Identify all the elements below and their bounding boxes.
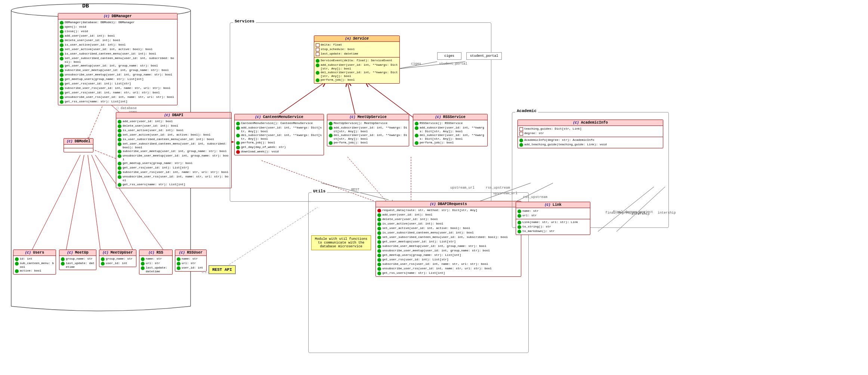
- attr-icon: [177, 266, 180, 270]
- method-icon: [316, 71, 319, 75]
- method-icon: [518, 225, 521, 229]
- svg-line-24: [30, 155, 80, 254]
- method-icon: [118, 129, 121, 133]
- method-icon: [316, 78, 319, 82]
- method-icon: [236, 146, 240, 149]
- meetup-class: (C) MeetUp group_name: str last_update: …: [59, 250, 96, 270]
- meetupservice-header: (C) MeetUpService: [327, 114, 409, 120]
- method-icon: [329, 141, 333, 145]
- academicinfo-class: (C) AcademicInfo teaching_guides: Dict[s…: [518, 120, 663, 148]
- method-icon: [377, 263, 381, 266]
- link-header: (C) Link: [516, 202, 590, 208]
- rss-upstream-label: rss_upstream: [486, 186, 510, 190]
- method-icon: [415, 126, 418, 130]
- method-icon: [118, 183, 121, 187]
- method-icon: [60, 21, 64, 25]
- dbapi-header: (C) DBAPI: [116, 112, 231, 118]
- users-header: (C) Users: [13, 250, 56, 256]
- attr-icon: [15, 262, 19, 266]
- method-icon: [236, 141, 240, 145]
- method-icon: [118, 150, 121, 154]
- method-icon: [329, 134, 333, 137]
- method-icon: [60, 87, 64, 90]
- method-icon: [518, 221, 521, 224]
- method-icon: [118, 133, 121, 137]
- method-icon: [118, 154, 121, 158]
- method-icon: [236, 122, 240, 125]
- method-icon: [329, 126, 333, 130]
- method-icon: [377, 267, 381, 271]
- method-icon: [60, 34, 64, 38]
- service-methods: ServiceEvent(delta: float): ServiceEvent…: [314, 58, 399, 83]
- attr-icon: [316, 48, 319, 52]
- services-label: Services: [233, 19, 256, 24]
- svg-line-25: [65, 155, 84, 254]
- method-icon: [377, 258, 381, 262]
- attr-icon: [101, 262, 105, 266]
- method-icon: [118, 142, 121, 146]
- method-icon: [118, 171, 121, 174]
- academicinfo-header: (C) AcademicInfo: [518, 120, 663, 126]
- rssservice-class: (C) RSSService RSSService(): RSSService …: [413, 114, 488, 146]
- method-icon: [519, 143, 523, 147]
- method-icon: [118, 138, 121, 142]
- method-icon: [415, 122, 418, 125]
- attr-icon: [61, 257, 65, 261]
- method-icon: [60, 69, 64, 72]
- svg-line-35: [217, 207, 318, 273]
- method-icon: [519, 139, 523, 142]
- method-icon: [377, 240, 381, 244]
- method-icon: [236, 134, 240, 137]
- method-icon: [60, 48, 64, 52]
- method-icon: [236, 150, 240, 154]
- service-header: (A) Service: [314, 36, 399, 42]
- method-icon: [60, 78, 64, 81]
- method-icon: [329, 122, 333, 125]
- rss-class: (C) RSS name: str url: str last_update: …: [139, 250, 173, 275]
- method-icon: [118, 175, 121, 179]
- attr-icon: [61, 262, 65, 266]
- method-icon: [60, 82, 64, 86]
- method-icon: [377, 272, 381, 275]
- meetupuser-class: (C) MeetUpUser group_name: str user_id: …: [99, 250, 136, 267]
- attr-icon: [177, 257, 180, 261]
- service-attrs: delta: float stop_schedule: bool last_up…: [314, 42, 399, 58]
- attr-icon: [518, 214, 521, 218]
- method-icon: [118, 162, 121, 165]
- dbmanager-methods: DBManager(database: DBModel): DBManager …: [58, 19, 177, 105]
- method-icon: [377, 227, 381, 230]
- ciges-box: ciges: [437, 52, 461, 60]
- utils-label: Utils: [312, 189, 327, 193]
- util-note: Module with util functions to communicat…: [311, 235, 371, 250]
- dbapi-methods: add_user(user_id: int): bool delete_user…: [116, 118, 231, 188]
- dbmanager-header: (C) DBManager: [58, 13, 177, 19]
- method-icon: [60, 100, 64, 104]
- method-icon: [377, 245, 381, 248]
- rss-header: (C) RSS: [139, 250, 172, 256]
- method-icon: [377, 218, 381, 221]
- rssservice-header: (C) RSSService: [413, 114, 487, 120]
- method-icon: [415, 134, 418, 137]
- method-icon: [415, 141, 418, 145]
- users-class: (C) Users id: int sub_canteen_menu: bool…: [13, 250, 56, 275]
- method-icon: [377, 213, 381, 217]
- dbapirequests-header: (C) DBAPIRequests: [376, 201, 521, 207]
- student-portal-box: student_portal: [466, 52, 502, 60]
- method-icon: [377, 254, 381, 257]
- rssuser-header: (C) RSSUser: [175, 250, 206, 256]
- attr-icon: [518, 210, 521, 213]
- meetupservice-class: (C) MeetUpService MeetUpService(): MeetU…: [327, 114, 409, 146]
- dbapirequests-class: (C) DBAPIRequests request_data(route: st…: [376, 201, 521, 277]
- meetupuser-header: (C) MeetUpUser: [99, 250, 136, 256]
- method-icon: [377, 236, 381, 239]
- attr-icon: [316, 52, 319, 56]
- method-icon: [60, 91, 64, 95]
- svg-line-26: [88, 155, 101, 254]
- attr-icon: [141, 257, 145, 261]
- academic-label: Academic: [515, 109, 538, 113]
- canteenmenuservice-class: (C) CanteenMenuService CanteenMenuServic…: [234, 114, 324, 155]
- method-icon: [236, 126, 240, 130]
- method-icon: [377, 222, 381, 226]
- dbmanager-class: (C) DBManager DBManager(database: DBMode…: [58, 13, 177, 105]
- intership-label: intership: [658, 211, 676, 215]
